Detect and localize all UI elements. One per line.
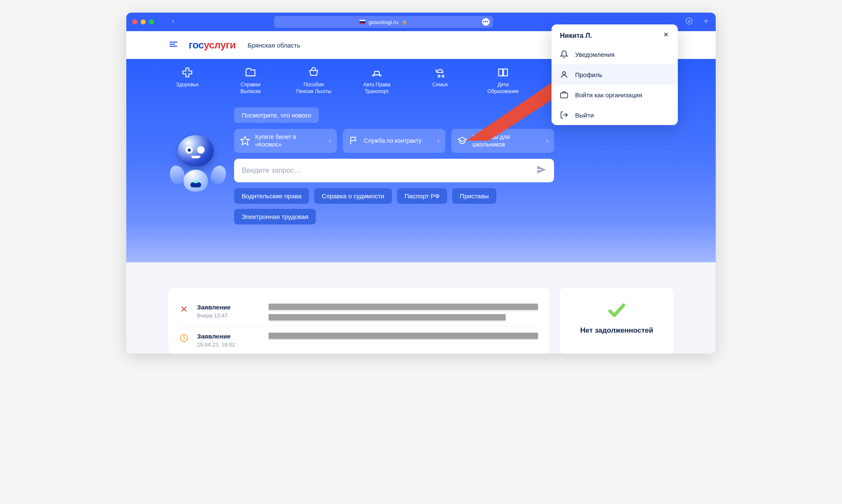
user-menu-dropdown: Никита Л. Уведомления Профиль Войти как … [552,24,678,125]
redacted-content [269,333,538,339]
search-bar[interactable] [234,159,554,182]
chip-passport-rf[interactable]: Паспорт РФ [397,188,447,204]
bell-icon [560,50,568,59]
debts-status-title: Нет задолженностей [568,326,665,335]
category-auto[interactable]: Авто Права Транспорт [358,67,396,95]
svg-point-9 [563,72,566,75]
star-icon [240,136,250,146]
logo[interactable]: госуслуги [189,39,236,51]
category-documents[interactable]: Справки Выписки [232,67,269,95]
user-name: Никита Л. [560,32,592,40]
chevron-right-icon: › [437,137,440,144]
chip-employment-record[interactable]: Электронная трудовая [234,209,316,224]
feed-item-title: Заявление [197,304,260,311]
url-text: gosuslugi.ru [369,19,398,25]
svg-rect-10 [561,93,568,98]
region-selector[interactable]: Брянская область [248,42,300,49]
feed-panel: Заявление Вчера 10:47 Заявление 25.04.23… [168,288,549,354]
robot-mascot [168,133,223,204]
flag-icon [360,20,365,24]
logout-icon [560,111,568,119]
chip-bailiffs[interactable]: Приставы [452,188,496,204]
send-icon[interactable] [536,165,546,176]
site-settings-icon[interactable]: ••• [482,18,490,26]
promo-card-cosmos[interactable]: Купите билет в «Космос» › [234,129,337,152]
address-bar[interactable]: gosuslugi.ru 🔒 ••• [274,16,493,28]
browser-back-button[interactable] [170,18,176,27]
category-benefits[interactable]: Пособия Пенсия Льготы [295,67,333,95]
new-tab-icon[interactable] [702,17,710,27]
chevron-right-icon: › [546,137,548,144]
feed-item-timestamp: 25.04.23, 18:02 [197,341,260,348]
stroller-icon [434,67,446,78]
clock-icon [179,333,189,343]
car-icon [371,67,383,78]
briefcase-icon [560,91,568,99]
checkmark-icon [604,300,629,320]
menu-item-profile[interactable]: Профиль [552,64,678,85]
category-education[interactable]: Дети Образование [484,67,522,95]
feed-item[interactable]: Заявление Вчера 10:47 [179,298,538,327]
wallet-icon [308,67,320,78]
menu-item-login-organization[interactable]: Войти как организация [552,85,678,105]
bottom-section: Заявление Вчера 10:47 Заявление 25.04.23… [126,262,716,354]
promo-card-it-courses[interactable]: ИТ-курсы для школьников › [451,129,554,152]
folder-icon [245,67,256,78]
close-icon[interactable] [663,31,669,40]
book-icon [497,67,509,78]
search-input[interactable] [242,166,536,175]
maximize-window-icon[interactable] [149,19,154,24]
close-window-icon[interactable] [132,19,137,24]
graduation-icon [457,136,467,146]
feed-item[interactable]: Заявление 25.04.23, 18:02 [179,327,538,354]
window-controls[interactable] [132,19,154,24]
menu-item-notifications[interactable]: Уведомления [552,44,678,64]
feed-item-title: Заявление [197,333,260,340]
health-icon [181,67,193,78]
news-button[interactable]: Посмотрите, что нового [234,107,319,123]
chip-criminal-record[interactable]: Справка о судимости [314,188,392,204]
chevron-right-icon: › [329,137,331,144]
menu-item-logout[interactable]: Выйти [552,105,678,125]
debts-panel: Нет задолженностей [560,288,674,354]
minimize-window-icon[interactable] [141,19,146,24]
feed-item-timestamp: Вчера 10:47 [197,312,260,319]
redacted-content [269,304,538,320]
user-icon [560,70,568,79]
error-icon [179,304,189,314]
menu-icon[interactable] [168,39,179,51]
category-health[interactable]: Здоровье [168,67,206,95]
category-family[interactable]: Семья [421,67,459,95]
svg-marker-17 [241,136,249,145]
downloads-icon[interactable] [685,17,693,27]
lock-icon: 🔒 [402,19,408,25]
flag-icon [349,136,359,146]
chip-drivers-license[interactable]: Водительские права [234,188,309,204]
promo-card-contract[interactable]: Служба по контракту › [343,129,445,152]
